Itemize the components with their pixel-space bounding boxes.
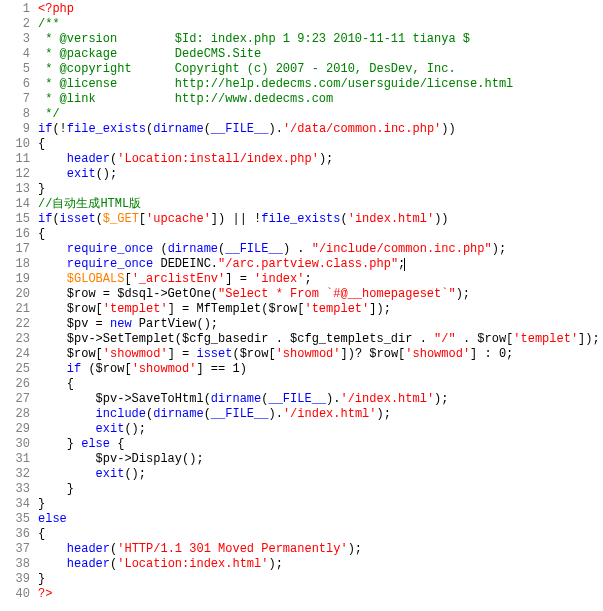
- code-line[interactable]: else: [38, 512, 600, 527]
- code-line[interactable]: } else {: [38, 437, 600, 452]
- code-line[interactable]: {: [38, 377, 600, 392]
- code-line[interactable]: $row = $dsql->GetOne("Select * From `#@_…: [38, 287, 600, 302]
- code-line[interactable]: <?php: [38, 2, 600, 17]
- token: }: [38, 497, 45, 511]
- token: ] == 1): [196, 362, 246, 376]
- code-line[interactable]: if ($row['showmod'] == 1): [38, 362, 600, 377]
- token: [38, 542, 67, 556]
- token: ();: [96, 167, 118, 181]
- token: );: [434, 392, 448, 406]
- code-line[interactable]: exit();: [38, 167, 600, 182]
- token: 'upcache': [146, 212, 211, 226]
- code-line[interactable]: header('Location:index.html');: [38, 557, 600, 572]
- token: $GLOBALS: [67, 272, 125, 286]
- line-number: 12: [6, 167, 30, 182]
- token: {: [38, 137, 45, 151]
- code-line[interactable]: exit();: [38, 467, 600, 482]
- line-number: 17: [6, 242, 30, 257]
- code-line[interactable]: * @version $Id: index.php 1 9:23 2010-11…: [38, 32, 600, 47]
- code-line[interactable]: $pv->Display();: [38, 452, 600, 467]
- line-number: 40: [6, 587, 30, 602]
- code-line[interactable]: * @package DedeCMS.Site: [38, 47, 600, 62]
- code-line[interactable]: $row['showmod'] = isset($row['showmod'])…: [38, 347, 600, 362]
- token: 'templet': [513, 332, 578, 346]
- code-line[interactable]: }: [38, 182, 600, 197]
- token: {: [38, 527, 45, 541]
- token: [: [139, 212, 146, 226]
- code-line[interactable]: //自动生成HTML版: [38, 197, 600, 212]
- code-line[interactable]: }: [38, 497, 600, 512]
- code-line[interactable]: {: [38, 227, 600, 242]
- code-line[interactable]: }: [38, 572, 600, 587]
- token: __FILE__: [211, 407, 269, 421]
- code-line[interactable]: $pv->SetTemplet($cfg_basedir . $cfg_temp…: [38, 332, 600, 347]
- token: (: [341, 212, 348, 226]
- code-line[interactable]: {: [38, 137, 600, 152]
- token: [404, 258, 405, 271]
- line-number: 30: [6, 437, 30, 452]
- token: $row[: [38, 302, 103, 316]
- line-number: 36: [6, 527, 30, 542]
- code-line[interactable]: {: [38, 527, 600, 542]
- line-number: 39: [6, 572, 30, 587]
- code-editor[interactable]: 1234567891011121314151617181920212223242…: [0, 0, 603, 604]
- token: ).: [268, 122, 282, 136]
- token: $row = $dsql->GetOne(: [38, 287, 218, 301]
- code-line[interactable]: require_once DEDEINC."/arc.partview.clas…: [38, 257, 600, 272]
- token: (: [204, 407, 211, 421]
- token: {: [38, 377, 74, 391]
- token: '/index.html': [283, 407, 377, 421]
- token: {: [110, 437, 124, 451]
- line-number: 21: [6, 302, 30, 317]
- token: ($row[: [81, 362, 131, 376]
- code-line[interactable]: * @license http://help.dedecms.com/users…: [38, 77, 600, 92]
- token: ] =: [225, 272, 254, 286]
- line-number: 33: [6, 482, 30, 497]
- line-number: 37: [6, 542, 30, 557]
- token: ) .: [283, 242, 312, 256]
- code-line[interactable]: * @copyright Copyright (c) 2007 - 2010, …: [38, 62, 600, 77]
- token: $_GET: [103, 212, 139, 226]
- code-line[interactable]: $pv = new PartView();: [38, 317, 600, 332]
- code-line[interactable]: ?>: [38, 587, 600, 602]
- code-line[interactable]: * @link http://www.dedecms.com: [38, 92, 600, 107]
- token: (: [204, 122, 211, 136]
- line-number: 9: [6, 122, 30, 137]
- token: header: [67, 152, 110, 166]
- code-line[interactable]: include(dirname(__FILE__).'/index.html')…: [38, 407, 600, 422]
- code-line[interactable]: header('HTTP/1.1 301 Moved Permanently')…: [38, 542, 600, 557]
- token: "/arc.partview.class.php": [218, 257, 398, 271]
- code-line[interactable]: require_once (dirname(__FILE__) . "/incl…: [38, 242, 600, 257]
- line-number: 23: [6, 332, 30, 347]
- line-number: 15: [6, 212, 30, 227]
- line-number: 27: [6, 392, 30, 407]
- token: if: [38, 212, 52, 226]
- token: 'showmod': [405, 347, 470, 361]
- token: //自动生成HTML版: [38, 197, 141, 211]
- code-line[interactable]: $GLOBALS['_arclistEnv'] = 'index';: [38, 272, 600, 287]
- code-content[interactable]: <?php/** * @version $Id: index.php 1 9:2…: [38, 0, 600, 604]
- token: PartView();: [132, 317, 218, 331]
- code-line[interactable]: */: [38, 107, 600, 122]
- code-line[interactable]: if(!file_exists(dirname(__FILE__).'/data…: [38, 122, 600, 137]
- token: . $row[: [456, 332, 514, 346]
- token: }: [38, 182, 45, 196]
- code-line[interactable]: if(isset($_GET['upcache']) || !file_exis…: [38, 212, 600, 227]
- token: 'showmod': [103, 347, 168, 361]
- line-number-gutter: 1234567891011121314151617181920212223242…: [0, 0, 38, 604]
- token: else: [81, 437, 110, 451]
- token: }: [38, 572, 45, 586]
- token: );: [319, 152, 333, 166]
- token: file_exists: [261, 212, 340, 226]
- token: * @license http://help.dedecms.com/users…: [38, 77, 513, 91]
- token: [: [124, 272, 131, 286]
- code-line[interactable]: /**: [38, 17, 600, 32]
- code-line[interactable]: }: [38, 482, 600, 497]
- code-line[interactable]: header('Location:install/index.php');: [38, 152, 600, 167]
- token: ?>: [38, 587, 52, 601]
- code-line[interactable]: exit();: [38, 422, 600, 437]
- code-line[interactable]: $pv->SaveToHtml(dirname(__FILE__).'/inde…: [38, 392, 600, 407]
- token: exit: [96, 467, 125, 481]
- code-line[interactable]: $row['templet'] = MfTemplet($row['temple…: [38, 302, 600, 317]
- line-number: 26: [6, 377, 30, 392]
